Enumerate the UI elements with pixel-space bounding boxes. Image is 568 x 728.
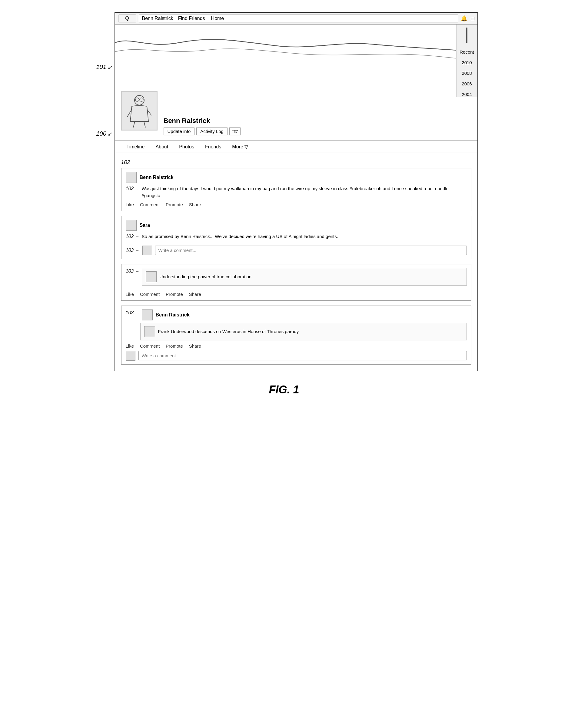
post-4-comment-row xyxy=(126,351,467,361)
post-2-comment-avatar xyxy=(142,246,152,255)
post-1-promote[interactable]: Promote xyxy=(166,202,183,207)
post-3-preview-avatar xyxy=(146,271,157,282)
post-1-share[interactable]: Share xyxy=(189,202,201,207)
post-1-avatar xyxy=(126,172,137,183)
post-4-share[interactable]: Share xyxy=(189,343,201,349)
ref-102-post2: 102 → xyxy=(126,234,139,239)
svg-point-0 xyxy=(134,95,144,105)
search-icon: Q xyxy=(125,16,129,21)
nav-about[interactable]: About xyxy=(150,141,173,153)
post-1-body: Was just thinking of the days I would pu… xyxy=(142,185,467,199)
page-wrapper: 101 ↙ 100 ↙ Q Benn Raistrick Find Friend… xyxy=(6,12,562,396)
posts-area: 102 Benn Raistrick 102 → Was just thinki… xyxy=(121,159,471,365)
post-3-like[interactable]: Like xyxy=(126,292,134,297)
ref-label-100: 100 ↙ xyxy=(96,130,112,137)
post-4-link-text: Frank Underwood descends on Westeros in … xyxy=(158,329,299,334)
post-2-header: Sara xyxy=(126,220,467,231)
post-card-2: Sara 102 → So as promised by Benn Raistr… xyxy=(121,216,471,259)
square-icon[interactable]: □ xyxy=(471,15,474,22)
post-2-author: Sara xyxy=(140,223,150,228)
ref-103-post4: 103 → xyxy=(126,310,139,316)
update-info-button[interactable]: Update info xyxy=(163,127,195,135)
ref-label-101: 101 ↙ xyxy=(96,64,112,71)
post-1-like[interactable]: Like xyxy=(126,202,134,207)
post-2-avatar xyxy=(126,220,137,231)
post-1-comment[interactable]: Comment xyxy=(140,202,160,207)
post-4-preview-avatar xyxy=(144,326,155,337)
post-4-like[interactable]: Like xyxy=(126,343,134,349)
nav-friends[interactable]: Friends xyxy=(200,141,226,153)
timeline-sidebar: Recent 2010 2008 2006 2004 xyxy=(456,25,477,97)
post-3-share[interactable]: Share xyxy=(189,292,201,297)
timeline-bar-indicator xyxy=(466,28,467,43)
post-2-comment-row: 103 → xyxy=(126,246,467,255)
svg-line-4 xyxy=(134,99,135,100)
profile-avatar-svg xyxy=(126,94,153,127)
profile-area: Benn Raistrick Update info Activity Log … xyxy=(115,97,477,141)
timeline-2010[interactable]: 2010 xyxy=(462,60,472,65)
nav-more[interactable]: More ▽ xyxy=(226,141,253,153)
nav-timeline[interactable]: Timeline xyxy=(121,141,150,153)
cover-photo-svg xyxy=(115,25,477,97)
post-4-comment-avatar xyxy=(126,351,135,361)
post-4-link-preview: Frank Underwood descends on Westeros in … xyxy=(140,323,467,340)
post-4-author: Benn Raistrick xyxy=(156,312,190,318)
timeline-recent[interactable]: Recent xyxy=(460,49,474,55)
post-4-promote[interactable]: Promote xyxy=(166,343,183,349)
figure-label: FIG. 1 xyxy=(269,383,299,396)
ref-103-post3: 103 → xyxy=(126,269,139,274)
main-ui-box: Q Benn Raistrick Find Friends Home 🔔 □ R… xyxy=(114,12,478,371)
timeline-2008[interactable]: 2008 xyxy=(462,71,472,76)
browser-toolbar: Q Benn Raistrick Find Friends Home 🔔 □ xyxy=(115,13,477,25)
post-card-4: 103 → Benn Raistrick Frank Underwood des… xyxy=(121,306,471,365)
profile-name: Benn Raistrick xyxy=(163,117,471,125)
post-card-1: Benn Raistrick 102 → Was just thinking o… xyxy=(121,168,471,211)
timeline-2006[interactable]: 2006 xyxy=(462,81,472,86)
profile-name-section: Benn Raistrick Update info Activity Log … xyxy=(163,117,471,137)
post-3-link-text: Understanding the power of true collabor… xyxy=(160,274,252,279)
post-3-comment[interactable]: Comment xyxy=(140,292,160,297)
ref-103-comment1: 103 → xyxy=(126,248,139,253)
search-box[interactable]: Q xyxy=(118,15,136,22)
post-3-promote[interactable]: Promote xyxy=(166,292,183,297)
post-3-link-preview: Understanding the power of true collabor… xyxy=(142,268,467,286)
nav-find-friends[interactable]: Find Friends xyxy=(178,16,205,21)
ref-label-102-a: 102 xyxy=(121,159,471,166)
nav-photos[interactable]: Photos xyxy=(173,141,200,153)
bell-icon[interactable]: 🔔 xyxy=(461,15,467,22)
post-4-actions: Like Comment Promote Share xyxy=(126,343,467,349)
address-bar-name: Benn Raistrick xyxy=(142,16,173,21)
post-2-comment-input[interactable] xyxy=(155,246,467,255)
address-bar[interactable]: Benn Raistrick Find Friends Home xyxy=(139,15,458,22)
post-2-body: So as promised by Benn Raistrick... We'v… xyxy=(142,233,338,240)
post-1-author: Benn Raistrick xyxy=(140,175,173,180)
browser-icons: 🔔 □ xyxy=(461,15,474,22)
svg-point-2 xyxy=(140,98,143,101)
svg-point-1 xyxy=(135,98,139,101)
nav-links: Find Friends Home xyxy=(178,16,224,21)
profile-actions-row: Update info Activity Log □▽ xyxy=(163,127,471,135)
square-down-button[interactable]: □▽ xyxy=(229,127,240,135)
main-content: 102 Benn Raistrick 102 → Was just thinki… xyxy=(115,153,477,371)
nav-home[interactable]: Home xyxy=(211,16,224,21)
profile-photo xyxy=(121,91,157,131)
activity-log-button[interactable]: Activity Log xyxy=(196,127,227,135)
cover-photo-area: Recent 2010 2008 2006 2004 xyxy=(115,25,477,97)
post-1-actions: Like Comment Promote Share xyxy=(126,202,467,207)
post-4-avatar xyxy=(142,309,153,320)
timeline-2004[interactable]: 2004 xyxy=(462,92,472,97)
post-card-3: 103 → Understanding the power of true co… xyxy=(121,264,471,301)
profile-nav: Timeline About Photos Friends More ▽ xyxy=(115,141,477,153)
post-4-comment-input[interactable] xyxy=(138,351,467,360)
post-1-header: Benn Raistrick xyxy=(126,172,467,183)
post-4-header: Benn Raistrick xyxy=(142,309,467,320)
ref-102-post1: 102 → xyxy=(126,186,139,191)
post-3-actions: Like Comment Promote Share xyxy=(126,292,467,297)
post-4-comment[interactable]: Comment xyxy=(140,343,160,349)
